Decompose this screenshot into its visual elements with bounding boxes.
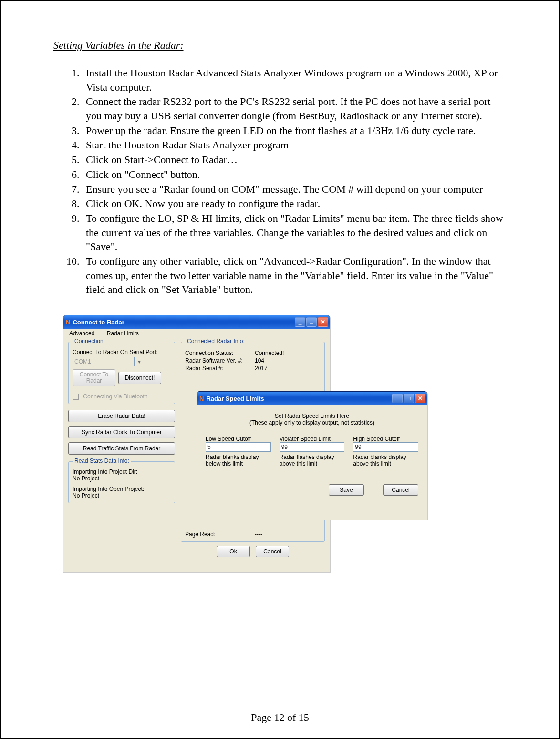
serial-port-select[interactable] (73, 357, 135, 366)
read-stats-group: Read Stats Data Info: Importing Into Pro… (68, 461, 175, 503)
steps-list: Install the Houston Radar Advanced Stats… (82, 66, 507, 297)
maximize-button[interactable]: □ (404, 394, 414, 403)
bluetooth-label: Connecting Via Bluetooth (83, 393, 147, 400)
violator-limit-label: Violater Speed Limit (280, 436, 345, 442)
radar-serial-label: Radar Serial #: (185, 365, 252, 372)
app-icon: N (199, 395, 204, 402)
status-label: Connection Status: (185, 350, 252, 356)
close-button[interactable]: ✕ (415, 394, 425, 403)
violator-limit-note: Radar flashes display above this limit (280, 454, 345, 467)
cancel-button[interactable]: Cancel (256, 546, 289, 557)
low-cutoff-input[interactable] (206, 442, 271, 452)
limits-heading: Set Radar Speed Limits Here (206, 413, 418, 419)
page-read-value: ---- (255, 531, 262, 538)
high-cutoff-note: Radar blanks display above this limit (353, 454, 418, 467)
serial-port-label: Connect To Radar On Serial Port: (73, 349, 171, 355)
ok-button[interactable]: Ok (217, 546, 250, 557)
sw-version-label: Radar Software Ver. #: (185, 357, 252, 364)
save-button[interactable]: Save (329, 484, 364, 496)
list-item: Connect the radar RS232 port to the PC's… (82, 94, 507, 123)
import-open-label: Importing Into Open Project: (73, 486, 171, 492)
radar-serial-value: 2017 (255, 365, 268, 372)
group-legend: Connected Radar Info: (185, 338, 247, 344)
section-title: Setting Variables in the Radar: (53, 39, 507, 52)
page-footer: Page 12 of 15 (1, 711, 559, 724)
list-item: Install the Houston Radar Advanced Stats… (82, 66, 507, 94)
page-read-label: Page Read: (185, 531, 252, 538)
minimize-button[interactable]: _ (392, 394, 403, 403)
window-title: Connect to Radar (73, 319, 124, 326)
connection-group: Connection Connect To Radar On Serial Po… (68, 342, 175, 404)
import-dir-label: Importing Into Project Dir: (73, 468, 171, 475)
window-title: Radar Speed Limits (206, 395, 264, 402)
connect-button[interactable]: Connect To Radar (73, 369, 115, 386)
bluetooth-checkbox[interactable] (73, 394, 79, 400)
violator-limit-input[interactable] (280, 442, 345, 452)
low-cutoff-note: Radar blanks display below this limit (206, 454, 271, 467)
sync-clock-button[interactable]: Sync Radar Clock To Computer (68, 426, 175, 438)
import-dir-value: No Project (73, 475, 171, 482)
list-item: Ensure you see a "Radar found on COM" me… (82, 182, 507, 197)
menu-radar-limits[interactable]: Radar Limits (107, 330, 139, 337)
group-legend: Read Stats Data Info: (73, 458, 131, 464)
app-icon: N (66, 319, 70, 326)
status-value: Connected! (255, 350, 284, 356)
list-item: Power up the radar. Ensure the green LED… (82, 124, 507, 138)
maximize-button[interactable]: □ (306, 317, 317, 327)
titlebar[interactable]: N Radar Speed Limits _ □ ✕ (197, 392, 427, 405)
limits-subheading: (These apply only to display output, not… (206, 419, 418, 426)
low-cutoff-label: Low Speed Cutoff (206, 436, 271, 442)
list-item: Click on OK. Now you are ready to config… (82, 197, 507, 211)
list-item: To configure any other variable, click o… (82, 254, 507, 297)
titlebar[interactable]: N Connect to Radar _ □ ✕ (63, 315, 330, 329)
list-item: To configure the LO, SP & HI limits, cli… (82, 211, 507, 254)
list-item: Click on Start->Connect to Radar… (82, 153, 507, 167)
speed-limits-window: N Radar Speed Limits _ □ ✕ Set Radar Spe… (197, 391, 427, 520)
read-stats-button[interactable]: Read Traffic Stats From Radar (68, 442, 175, 455)
chevron-down-icon[interactable]: ▾ (135, 357, 144, 366)
high-cutoff-label: High Speed Cutoff (353, 436, 418, 442)
menu-advanced[interactable]: Advanced (69, 330, 94, 337)
high-cutoff-input[interactable] (353, 442, 418, 452)
sw-version-value: 104 (255, 357, 264, 364)
erase-data-button[interactable]: Erase Radar Data! (68, 410, 175, 422)
disconnect-button[interactable]: Disconnect! (118, 372, 161, 384)
list-item: Click on "Connect" button. (82, 167, 507, 182)
import-open-value: No Project (73, 492, 171, 499)
group-legend: Connection (73, 338, 105, 344)
close-button[interactable]: ✕ (318, 317, 328, 327)
minimize-button[interactable]: _ (295, 317, 305, 327)
list-item: Start the Houston Radar Stats Analyzer p… (82, 138, 507, 152)
cancel-button[interactable]: Cancel (383, 484, 418, 496)
